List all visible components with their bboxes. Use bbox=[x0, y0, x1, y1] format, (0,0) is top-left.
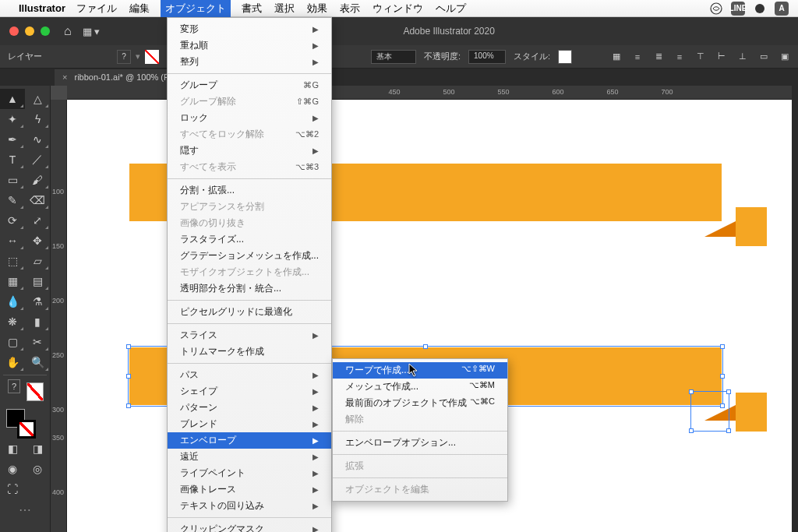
menu-window[interactable]: ウィンドウ bbox=[371, 0, 425, 17]
menu-select[interactable]: 選択 bbox=[273, 0, 296, 17]
width-tool[interactable]: ↔ bbox=[0, 231, 25, 251]
selection-tool[interactable]: ▲ bbox=[0, 89, 25, 109]
menu-edit[interactable]: 編集 bbox=[128, 0, 151, 17]
color-mode-icon[interactable]: ◧ bbox=[0, 439, 25, 459]
menu-item-遠近[interactable]: 遠近▶ bbox=[168, 449, 331, 465]
free-transform-tool[interactable]: ✥ bbox=[25, 231, 50, 251]
menu-item-ブレンド[interactable]: ブレンド▶ bbox=[168, 416, 331, 432]
transform-icon[interactable]: ▭ bbox=[755, 49, 772, 65]
shaper-tool[interactable]: ✎ bbox=[0, 190, 25, 210]
menu-item-グループ[interactable]: グループ⌘G bbox=[168, 77, 331, 93]
menu-item-ピクセルグリッドに最適化[interactable]: ピクセルグリッドに最適化 bbox=[168, 304, 331, 320]
perspective-tool[interactable]: ▱ bbox=[25, 251, 50, 271]
rectangle-tool[interactable]: ▭ bbox=[0, 170, 25, 190]
stroke-swatch-box[interactable] bbox=[17, 420, 36, 439]
menu-item-パターン[interactable]: パターン▶ bbox=[168, 400, 331, 416]
close-tab-icon[interactable]: × bbox=[62, 72, 67, 82]
rotate-tool[interactable]: ⟳ bbox=[0, 210, 25, 231]
zoom-window-button[interactable] bbox=[41, 26, 50, 36]
menu-view[interactable]: 表示 bbox=[338, 0, 362, 17]
align-top-icon[interactable]: ⊤ bbox=[692, 49, 709, 65]
close-window-button[interactable] bbox=[9, 26, 19, 36]
draw-normal-icon[interactable]: ◉ bbox=[0, 459, 25, 479]
hand-tool[interactable]: ✋ bbox=[0, 352, 25, 372]
stroke-profile[interactable]: 基本 bbox=[371, 50, 416, 64]
menu-item-テキストの回り込み[interactable]: テキストの回り込み▶ bbox=[168, 498, 331, 514]
eyedropper-tool[interactable]: 💧 bbox=[0, 291, 25, 312]
submenu-item-エンベロープオプション...[interactable]: エンベロープオプション... bbox=[333, 435, 507, 451]
mesh-tool[interactable]: ▦ bbox=[0, 271, 25, 291]
ribbon-top-tail[interactable] bbox=[736, 207, 767, 246]
fill-stroke-swatches[interactable] bbox=[0, 406, 50, 439]
direct-selection-tool[interactable]: △ bbox=[25, 89, 50, 109]
app-name[interactable]: Illustrator bbox=[19, 2, 65, 14]
home-icon[interactable]: ⌂ bbox=[64, 24, 72, 38]
slice-tool[interactable]: ✂ bbox=[25, 332, 50, 352]
column-graph-tool[interactable]: ▮ bbox=[25, 312, 50, 332]
blend-tool[interactable]: ⚗ bbox=[25, 291, 50, 312]
magic-wand-tool[interactable]: ✦ bbox=[0, 109, 25, 129]
menu-object[interactable]: オブジェクト bbox=[161, 0, 231, 17]
menu-item-グラデーションメッシュを作成...[interactable]: グラデーションメッシュを作成... bbox=[168, 248, 331, 264]
selection-box-tail[interactable] bbox=[690, 391, 729, 432]
layers-label[interactable]: レイヤー bbox=[5, 49, 45, 64]
pen-tool[interactable]: ✒ bbox=[0, 129, 25, 150]
menu-item-分割・拡張...[interactable]: 分割・拡張... bbox=[168, 182, 331, 199]
user-icon[interactable]: A bbox=[775, 2, 789, 16]
scale-tool[interactable]: ⤢ bbox=[25, 210, 50, 231]
doc-setup-icon[interactable]: ▦ bbox=[608, 49, 625, 65]
menu-help[interactable]: ヘルプ bbox=[434, 0, 468, 17]
menu-item-画像トレース[interactable]: 画像トレース▶ bbox=[168, 481, 331, 498]
align-right-icon[interactable]: ≡ bbox=[671, 49, 688, 65]
shape-builder-tool[interactable]: ⬚ bbox=[0, 251, 25, 271]
draw-behind-icon[interactable]: ◎ bbox=[25, 459, 50, 479]
menu-item-トリムマークを作成[interactable]: トリムマークを作成 bbox=[168, 344, 331, 360]
line-icon[interactable]: LINE bbox=[731, 2, 745, 16]
menu-file[interactable]: ファイル bbox=[75, 0, 118, 17]
isolate-icon[interactable]: ▣ bbox=[776, 49, 793, 65]
menu-item-スライス[interactable]: スライス▶ bbox=[168, 327, 331, 344]
curvature-tool[interactable]: ∿ bbox=[25, 129, 50, 150]
submenu-item-最前面のオブジェクトで作成[interactable]: 最前面のオブジェクトで作成⌥⌘C bbox=[333, 395, 507, 411]
arrange-docs-icon[interactable]: ▦ ▾ bbox=[83, 26, 101, 37]
menu-type[interactable]: 書式 bbox=[240, 0, 263, 17]
ribbon-bottom-tail[interactable] bbox=[736, 393, 767, 432]
menu-effect[interactable]: 効果 bbox=[305, 0, 329, 17]
cc-status-icon[interactable] bbox=[709, 2, 723, 16]
menu-item-変形[interactable]: 変形▶ bbox=[168, 21, 331, 37]
symbol-sprayer-tool[interactable]: ❋ bbox=[0, 312, 25, 332]
align-bottom-icon[interactable]: ⊥ bbox=[734, 49, 751, 65]
menu-item-重ね順[interactable]: 重ね順▶ bbox=[168, 37, 331, 54]
menu-item-ラスタライズ...[interactable]: ラスタライズ... bbox=[168, 231, 331, 248]
style-swatch[interactable] bbox=[558, 50, 572, 64]
menu-item-シェイプ[interactable]: シェイプ▶ bbox=[168, 383, 331, 400]
toolbox-help[interactable]: ? bbox=[8, 379, 20, 393]
menu-item-パス[interactable]: パス▶ bbox=[168, 367, 331, 383]
minimize-window-button[interactable] bbox=[25, 26, 34, 36]
paintbrush-tool[interactable]: 🖌 bbox=[25, 170, 50, 190]
submenu-item-メッシュで作成...[interactable]: メッシュで作成...⌥⌘M bbox=[333, 379, 507, 395]
scrollbar-vertical[interactable] bbox=[792, 86, 798, 532]
lasso-tool[interactable]: ϟ bbox=[25, 109, 50, 129]
opacity-field[interactable]: 100% bbox=[468, 50, 506, 64]
eraser-tool[interactable]: ⌫ bbox=[25, 190, 50, 210]
menu-item-ライブペイント[interactable]: ライブペイント▶ bbox=[168, 465, 331, 481]
align-center-v-icon[interactable]: ⊢ bbox=[713, 49, 730, 65]
gradient-tool[interactable]: ▤ bbox=[25, 271, 50, 291]
menu-item-ロック[interactable]: ロック▶ bbox=[168, 110, 331, 126]
menu-item-透明部分を分割・統合...[interactable]: 透明部分を分割・統合... bbox=[168, 280, 331, 297]
menu-item-クリッピングマスク[interactable]: クリッピングマスク▶ bbox=[168, 521, 331, 532]
type-tool[interactable]: T bbox=[0, 150, 25, 170]
menu-item-隠す[interactable]: 隠す▶ bbox=[168, 143, 331, 159]
artboard-tool[interactable]: ▢ bbox=[0, 332, 25, 352]
align-center-h-icon[interactable]: ≣ bbox=[650, 49, 667, 65]
line-tool[interactable]: ／ bbox=[25, 150, 50, 170]
align-left-icon[interactable]: ≡ bbox=[629, 49, 646, 65]
menu-item-エンベロープ[interactable]: エンベロープ▶ bbox=[168, 432, 331, 449]
help-button[interactable]: ? bbox=[117, 50, 131, 64]
zoom-tool[interactable]: 🔍 bbox=[25, 352, 50, 372]
fill-swatch[interactable] bbox=[145, 50, 159, 64]
gradient-mode-icon[interactable]: ◨ bbox=[25, 439, 50, 459]
mic-icon[interactable] bbox=[753, 2, 767, 16]
menu-item-整列[interactable]: 整列▶ bbox=[168, 54, 331, 70]
